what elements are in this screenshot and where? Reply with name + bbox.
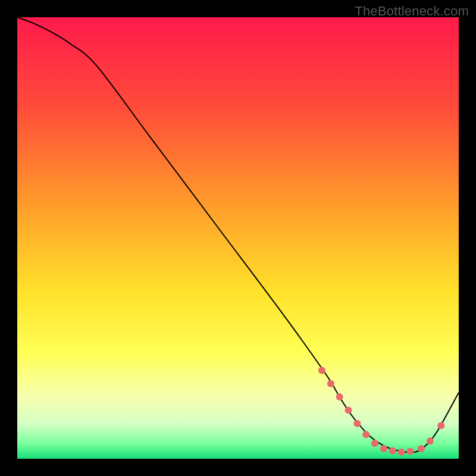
- marker-dot: [406, 447, 414, 455]
- marker-dot: [380, 445, 387, 452]
- gradient-background: [17, 17, 459, 459]
- marker-dot: [371, 440, 378, 447]
- marker-dot: [398, 449, 405, 456]
- chart-svg: [17, 17, 459, 459]
- chart-stage: TheBottleneck.com: [0, 0, 476, 476]
- marker-dot: [353, 420, 361, 427]
- marker-dot: [345, 406, 352, 414]
- marker-dot: [327, 380, 334, 387]
- marker-dot: [437, 422, 444, 429]
- marker-dot: [427, 437, 434, 444]
- marker-dot: [318, 367, 325, 374]
- marker-dot: [362, 431, 369, 438]
- marker-dot: [418, 445, 425, 452]
- marker-dot: [389, 447, 396, 455]
- marker-dot: [336, 393, 343, 400]
- plot-area: [17, 17, 459, 459]
